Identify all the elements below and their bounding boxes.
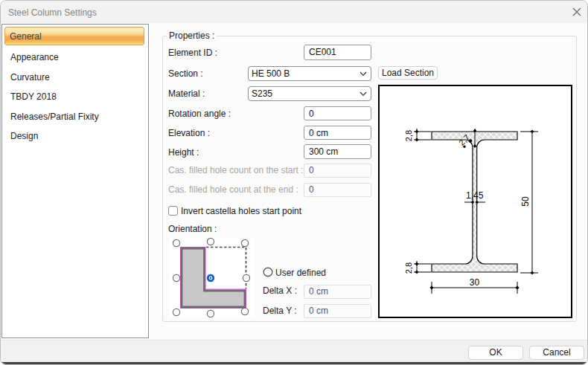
svg-text:30: 30 <box>470 277 480 288</box>
svg-text:2,8: 2,8 <box>404 130 413 141</box>
svg-text:1,45: 1,45 <box>466 190 484 201</box>
svg-text:2,8: 2,8 <box>404 262 413 274</box>
svg-text:50: 50 <box>520 196 531 207</box>
